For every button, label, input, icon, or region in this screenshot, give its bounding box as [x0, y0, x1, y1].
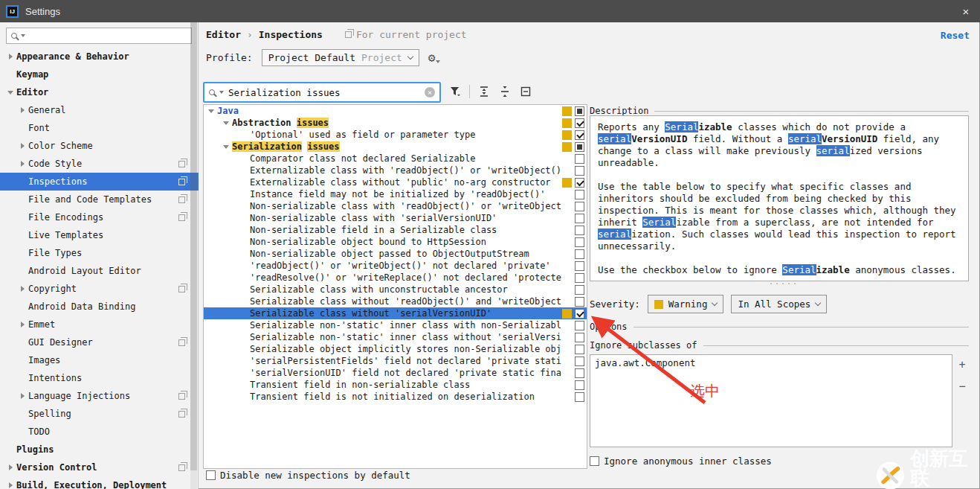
inspection-checkbox[interactable]: [575, 380, 584, 390]
inspection-row[interactable]: Externalizable class without 'public' no…: [204, 176, 587, 188]
add-class-button[interactable]: +: [955, 358, 969, 371]
inspection-row[interactable]: Java: [204, 105, 587, 117]
sidebar-item[interactable]: File Encodings: [0, 208, 199, 226]
chevron-down-icon[interactable]: [207, 107, 217, 115]
inspection-row[interactable]: Serializable non-'static' inner class wi…: [204, 319, 587, 331]
inspection-row[interactable]: Serializable class without 'serialVersio…: [204, 307, 587, 319]
sidebar-item[interactable]: Plugins: [0, 441, 199, 458]
search-options-caret-icon[interactable]: [219, 91, 224, 94]
inspection-checkbox[interactable]: [575, 166, 584, 176]
chevron-right-icon[interactable]: [18, 106, 28, 114]
ignore-subclasses-list[interactable]: java.awt.Component: [590, 354, 952, 447]
sidebar-item[interactable]: File and Code Templates: [0, 191, 199, 208]
chevron-right-icon[interactable]: [6, 53, 16, 60]
ignore-anonymous-row[interactable]: Ignore anonymous inner classes: [590, 456, 772, 467]
inspection-checkbox[interactable]: [575, 154, 584, 164]
inspection-row[interactable]: Instance field may not be initialized by…: [204, 188, 587, 200]
inspection-checkbox[interactable]: [575, 297, 584, 307]
inspection-checkbox[interactable]: [575, 237, 584, 247]
sidebar-item[interactable]: Emmet: [0, 316, 199, 333]
inspection-search-box[interactable]: ×: [203, 82, 441, 103]
chevron-down-icon[interactable]: [222, 143, 232, 150]
chevron-right-icon[interactable]: [18, 392, 28, 400]
sidebar-item[interactable]: Images: [0, 351, 199, 369]
sidebar-item[interactable]: Copyright: [0, 280, 199, 298]
inspection-checkbox[interactable]: [575, 190, 584, 199]
inspection-checkbox[interactable]: [575, 202, 584, 211]
inspection-checkbox[interactable]: [575, 226, 584, 235]
chevron-right-icon[interactable]: [6, 464, 16, 471]
inspection-row[interactable]: 'serialVersionUID' field not declared 'p…: [204, 367, 587, 379]
inspection-row[interactable]: Serialization issues: [204, 141, 587, 153]
sidebar-item[interactable]: Code Style: [0, 155, 199, 173]
disable-new-inspections-checkbox[interactable]: [206, 470, 216, 480]
sidebar-item[interactable]: Editor: [0, 83, 199, 101]
inspection-row[interactable]: 'readObject()' or 'writeObject()' not de…: [204, 260, 587, 272]
profile-gear-button[interactable]: ⚙: [428, 52, 441, 64]
ignored-class-item[interactable]: java.awt.Component: [590, 355, 952, 371]
inspection-checkbox[interactable]: [575, 118, 584, 128]
chevron-right-icon[interactable]: [18, 142, 28, 150]
ignore-anonymous-checkbox[interactable]: [590, 456, 599, 466]
inspection-row[interactable]: Serializable object implicitly stores no…: [204, 343, 587, 355]
sidebar-item[interactable]: Android Data Binding: [0, 298, 199, 316]
inspection-row[interactable]: Non-serializable class with 'readObject(…: [204, 200, 587, 212]
inspection-row[interactable]: Non-serializable class with 'serialVersi…: [204, 212, 587, 224]
remove-class-button[interactable]: −: [955, 380, 969, 393]
inspection-checkbox[interactable]: [575, 333, 584, 342]
inspection-checkbox[interactable]: [575, 214, 584, 223]
expand-all-icon[interactable]: [477, 85, 491, 98]
inspection-row[interactable]: Transient field in non-serializable clas…: [204, 379, 587, 391]
close-icon[interactable]: ×: [952, 0, 980, 22]
chevron-right-icon[interactable]: [18, 321, 28, 328]
inspection-row[interactable]: Abstraction issues: [204, 117, 587, 129]
chevron-down-icon[interactable]: [222, 119, 232, 127]
inspection-row[interactable]: Non-serializable object bound to HttpSes…: [204, 236, 587, 248]
inspection-row[interactable]: Comparator class not declared Serializab…: [204, 153, 587, 164]
inspection-checkbox[interactable]: [575, 106, 584, 116]
sidebar-scrollbar-thumb[interactable]: [190, 22, 197, 470]
inspection-row[interactable]: Serializable class without 'readObject()…: [204, 295, 587, 307]
chevron-right-icon[interactable]: [6, 482, 16, 489]
inspection-row[interactable]: Serializable non-'static' inner class wi…: [204, 331, 587, 343]
inspection-row[interactable]: 'serialPersistentFields' field not decla…: [204, 355, 587, 367]
sidebar-item[interactable]: GUI Designer: [0, 333, 199, 351]
sidebar-item[interactable]: File Types: [0, 244, 199, 262]
inspection-search-input[interactable]: [227, 86, 422, 99]
search-options-caret-icon[interactable]: [21, 34, 25, 37]
reset-link[interactable]: Reset: [941, 30, 970, 41]
inspection-checkbox[interactable]: [575, 392, 584, 402]
sidebar-item[interactable]: Version Control: [0, 458, 199, 476]
sidebar-item[interactable]: TODO: [0, 423, 199, 441]
inspection-checkbox[interactable]: [575, 345, 584, 354]
inspection-checkbox[interactable]: [575, 273, 584, 283]
sidebar-item[interactable]: Color Scheme: [0, 137, 199, 155]
sidebar-item[interactable]: Live Templates: [0, 226, 199, 244]
inspection-checkbox[interactable]: [575, 249, 584, 259]
chevron-right-icon[interactable]: [18, 285, 28, 293]
inspection-row[interactable]: Transient field is not initialized on de…: [204, 391, 587, 403]
inspection-row[interactable]: Non-serializable field in a Serializable…: [204, 224, 587, 236]
inspection-checkbox[interactable]: [575, 142, 584, 152]
disable-new-inspections-row[interactable]: Disable new inspections by default: [206, 470, 410, 481]
sidebar-item[interactable]: Keymap: [0, 65, 199, 83]
splitter-handle[interactable]: ·····: [769, 280, 799, 288]
inspection-row[interactable]: 'Optional' used as field or parameter ty…: [204, 129, 587, 141]
sidebar-item[interactable]: General: [0, 101, 199, 119]
chevron-down-icon[interactable]: [6, 89, 16, 96]
collapse-all-icon[interactable]: [498, 85, 512, 98]
inspection-row[interactable]: Serializable class with unconstructable …: [204, 284, 587, 295]
inspection-row[interactable]: Externalizable class with 'readObject()'…: [204, 164, 587, 176]
breadcrumb-editor[interactable]: Editor: [206, 29, 241, 40]
inspection-checkbox[interactable]: [575, 309, 584, 319]
profile-combo[interactable]: Project Default Project: [262, 49, 419, 66]
inspection-checkbox[interactable]: [575, 261, 584, 271]
sidebar-item[interactable]: Inspections: [0, 173, 199, 191]
sidebar-item[interactable]: Spelling: [0, 405, 199, 423]
clear-search-icon[interactable]: ×: [425, 87, 435, 98]
settings-search-input[interactable]: [6, 28, 192, 44]
filter-icon[interactable]: [448, 85, 462, 98]
inspection-row[interactable]: Non-serializable object passed to Object…: [204, 248, 587, 260]
inspection-checkbox[interactable]: [575, 178, 584, 188]
inspection-checkbox[interactable]: [575, 321, 584, 330]
